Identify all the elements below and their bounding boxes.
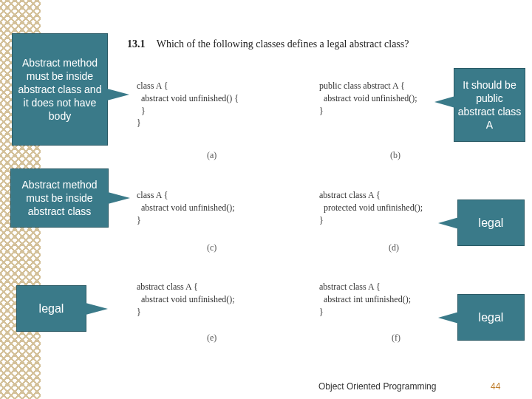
code-c: class A { abstract void unfinished(); } <box>137 189 235 226</box>
callout-b: It should be public abstract class A <box>454 68 525 142</box>
callout-b-tail <box>434 96 455 108</box>
label-e: (e) <box>207 332 216 344</box>
code-b: public class abstract A { abstract void … <box>319 80 417 117</box>
slide-number: 44 <box>491 381 500 392</box>
label-d: (d) <box>389 242 399 253</box>
code-f: abstract class A { abstract int unfinish… <box>319 281 411 318</box>
question-header: 13.1 Which of the following classes defi… <box>127 38 409 50</box>
callout-d: legal <box>457 200 525 246</box>
footer-text: Object Oriented Programming <box>318 381 436 392</box>
code-d: abstract class A { protected void unfini… <box>319 189 423 226</box>
callout-c-tail <box>108 192 130 204</box>
callout-f-text: legal <box>479 311 504 324</box>
callout-d-text: legal <box>479 216 504 230</box>
callout-a: Abstract method must be inside abstract … <box>12 33 108 146</box>
label-a: (a) <box>207 150 216 161</box>
callout-f-tail <box>438 312 459 324</box>
callout-a-tail <box>107 89 129 100</box>
label-c: (c) <box>207 242 216 253</box>
code-e: abstract class A { abstract void unfinis… <box>137 281 235 318</box>
callout-c: Abstract method must be inside abstract … <box>10 168 109 228</box>
label-f: (f) <box>392 332 400 344</box>
question-text: Which of the following classes defines a… <box>157 38 409 50</box>
label-b: (b) <box>390 150 400 161</box>
callout-f: legal <box>457 294 525 341</box>
question-number: 13.1 <box>127 38 146 50</box>
callout-e: legal <box>16 285 86 332</box>
callout-a-text: Abstract method must be inside abstract … <box>16 56 104 123</box>
callout-c-text: Abstract method must be inside abstract … <box>14 178 105 219</box>
callout-e-text: legal <box>39 302 64 316</box>
callout-d-tail <box>438 217 459 229</box>
code-a: class A { abstract void unfinished() { }… <box>137 80 239 129</box>
callout-e-tail <box>86 303 108 315</box>
callout-b-text: It should be public abstract class A <box>457 78 522 132</box>
